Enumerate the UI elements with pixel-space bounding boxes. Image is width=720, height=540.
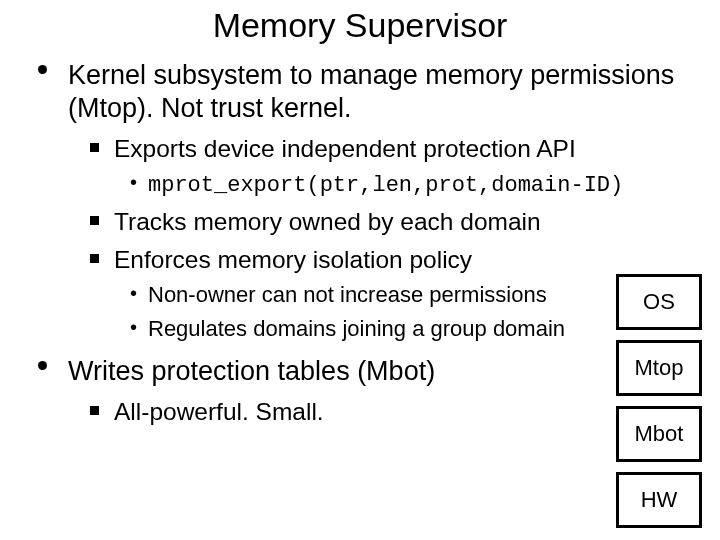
sub-list: Exports device independent protection AP… xyxy=(68,133,700,344)
subsub-item: Non-owner can not increase permissions xyxy=(130,280,700,310)
slide-title: Memory Supervisor xyxy=(20,6,700,45)
sub-text: Tracks memory owned by each domain xyxy=(114,208,541,235)
stack-cell-hw: HW xyxy=(616,472,702,528)
subsub-text: Regulates domains joining a group domain xyxy=(148,316,565,341)
subsub-item: mprot_export(ptr,len,prot,domain-ID) xyxy=(130,169,700,201)
bullet-text: Kernel subsystem to manage memory permis… xyxy=(68,60,674,123)
bullet-text: Writes protection tables (Mbot) xyxy=(68,356,435,386)
subsub-item: Regulates domains joining a group domain xyxy=(130,314,700,344)
sub-text: Exports device independent protection AP… xyxy=(114,135,576,162)
stack-cell-mbot: Mbot xyxy=(616,406,702,462)
bullet-list: Kernel subsystem to manage memory permis… xyxy=(20,59,700,428)
sub-item: Exports device independent protection AP… xyxy=(90,133,700,201)
sub-list: All-powerful. Small. xyxy=(68,396,700,428)
sub-item: All-powerful. Small. xyxy=(90,396,700,428)
layer-stack: OS Mtop Mbot HW xyxy=(616,274,702,538)
stack-cell-mtop: Mtop xyxy=(616,340,702,396)
subsub-text: Non-owner can not increase permissions xyxy=(148,282,547,307)
bullet-item: Kernel subsystem to manage memory permis… xyxy=(34,59,700,343)
sub-text: Enforces memory isolation policy xyxy=(114,246,472,273)
subsub-list: mprot_export(ptr,len,prot,domain-ID) xyxy=(114,169,700,201)
sub-item: Tracks memory owned by each domain xyxy=(90,206,700,238)
subsub-text: mprot_export(ptr,len,prot,domain-ID) xyxy=(148,173,623,198)
sub-item: Enforces memory isolation policy Non-own… xyxy=(90,244,700,343)
slide: Memory Supervisor Kernel subsystem to ma… xyxy=(0,0,720,540)
bullet-item: Writes protection tables (Mbot) All-powe… xyxy=(34,355,700,428)
stack-cell-os: OS xyxy=(616,274,702,330)
subsub-list: Non-owner can not increase permissions R… xyxy=(114,280,700,343)
sub-text: All-powerful. Small. xyxy=(114,398,324,425)
